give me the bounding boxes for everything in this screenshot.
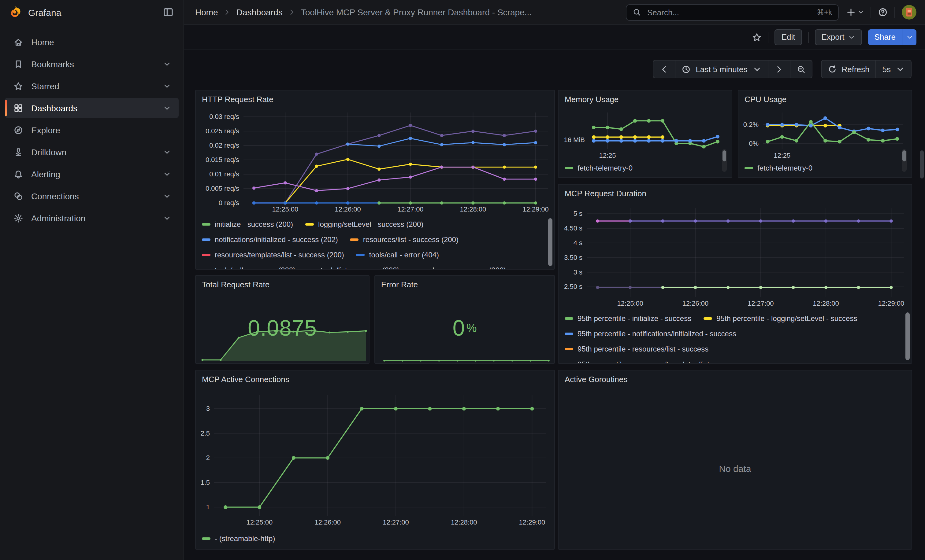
chevron-down-icon[interactable] [163, 148, 171, 156]
svg-text:12:25:00: 12:25:00 [247, 518, 273, 526]
divider [871, 7, 871, 18]
svg-text:0 req/s: 0 req/s [219, 199, 239, 207]
panel-error-rate: Error Rate 0 % [374, 275, 555, 364]
svg-text:2: 2 [206, 454, 210, 462]
cpu-usage-chart[interactable]: 0.2%0%12:25 [738, 108, 911, 160]
legend-swatch [412, 269, 420, 269]
legend-swatch [350, 238, 359, 240]
grafana-logo-icon [9, 6, 22, 19]
legend-item[interactable]: tools/list - success (200) [308, 266, 399, 269]
legend-scrollbar[interactable] [548, 218, 553, 266]
legend-item[interactable]: 95th percentile - logging/setLevel - suc… [704, 314, 857, 323]
svg-text:0.2%: 0.2% [743, 121, 759, 128]
export-button[interactable]: Export [815, 29, 862, 45]
panel-mcp-active-connections: MCP Active Connections 32.521.5112:25:00… [195, 370, 555, 549]
cpu-legend: fetch-telemetry-0 [738, 160, 911, 177]
avatar[interactable] [902, 5, 916, 20]
edit-button[interactable]: Edit [775, 29, 802, 45]
legend-scrollbar[interactable] [905, 312, 910, 360]
chevron-down-icon[interactable] [163, 170, 171, 178]
refresh-button[interactable]: Refresh [821, 60, 876, 78]
sidebar-item-starred[interactable]: Starred [5, 76, 179, 96]
svg-text:12:25:00: 12:25:00 [272, 206, 298, 213]
stat-unit: % [467, 321, 477, 335]
legend-item[interactable]: fetch-telemetry-0 [565, 164, 633, 172]
zoom-out-button[interactable] [789, 60, 812, 78]
star-dashboard-button[interactable] [752, 32, 762, 42]
legend-item[interactable]: 95th percentile - resources/templates/li… [565, 360, 743, 363]
legend-item[interactable]: notifications/initialized - success (202… [202, 235, 338, 244]
chevron-down-icon[interactable] [163, 60, 171, 68]
legend-swatch [305, 223, 314, 225]
divider [808, 32, 809, 42]
sidebar-item-label: Starred [31, 81, 155, 91]
legend-item[interactable]: tools/call - error (404) [356, 250, 439, 259]
http-request-rate-chart[interactable]: 0 req/s0.005 req/s0.01 req/s0.015 req/s0… [196, 108, 554, 216]
legend-item[interactable]: logging/setLevel - success (200) [305, 220, 423, 228]
legend-item[interactable]: 95th percentile - initialize - success [565, 314, 691, 323]
legend-scrollbar[interactable] [722, 149, 727, 172]
legend-item[interactable]: 95th percentile - notifications/initiali… [565, 329, 736, 338]
chevron-down-icon[interactable] [163, 214, 171, 222]
mcp-request-duration-chart[interactable]: 5 s4.50 s4 s3.50 s3 s2.50 s12:25:0012:26… [559, 202, 911, 311]
legend-swatch [202, 537, 211, 539]
apps-icon [14, 103, 23, 113]
legend-scrollbar[interactable] [902, 149, 907, 172]
panel-title: HTTP Request Rate [202, 95, 273, 104]
sidebar-item-label: Connections [31, 191, 155, 201]
chevron-down-icon[interactable] [163, 82, 171, 90]
mcp-active-connections-chart[interactable]: 32.521.5112:25:0012:26:0012:27:0012:28:0… [196, 387, 554, 531]
legend-swatch [565, 317, 573, 320]
sidebar-item-label: Drilldown [31, 147, 155, 157]
topbar-actions [846, 5, 916, 20]
chevron-down-icon[interactable] [163, 104, 171, 112]
panel-mcp-request-duration: MCP Request Duration 5 s4.50 s4 s3.50 s3… [558, 184, 912, 364]
chevron-down-icon[interactable] [163, 192, 171, 200]
breadcrumb-dashboards[interactable]: Dashboards [237, 8, 283, 17]
sidebar-item-administration[interactable]: Administration [5, 208, 179, 228]
breadcrumb-home[interactable]: Home [195, 8, 218, 17]
legend-item[interactable]: fetch-telemetry-0 [744, 164, 812, 172]
legend-item[interactable]: unknown - success (200) [412, 266, 506, 269]
svg-text:1: 1 [206, 503, 210, 511]
sidebar-item-home[interactable]: Home [5, 32, 179, 52]
memory-usage-chart[interactable]: 16 MiB12:25 [559, 108, 732, 160]
legend-item[interactable]: 95th percentile - resources/list - succe… [565, 344, 708, 353]
panel-title: Total Request Rate [202, 280, 270, 289]
svg-text:12:26:00: 12:26:00 [315, 518, 341, 526]
legend-item[interactable]: tools/call - success (200) [202, 266, 295, 269]
search-box[interactable]: ⌘+k [626, 4, 839, 21]
legend-item[interactable]: - (streamable-http) [202, 534, 275, 543]
refresh-interval-picker[interactable]: 5s [876, 60, 911, 78]
time-forward-button[interactable] [767, 60, 790, 78]
share-menu-button[interactable] [902, 29, 916, 45]
sidebar-item-label: Alerting [31, 169, 155, 179]
time-controls: Last 5 minutes Refresh [653, 60, 911, 78]
search-input[interactable] [646, 7, 812, 17]
sidebar-item-alerting[interactable]: Alerting [5, 164, 179, 184]
sidebar-item-dashboards[interactable]: Dashboards [5, 98, 179, 118]
time-range-picker[interactable]: Last 5 minutes [675, 60, 768, 78]
time-back-button[interactable] [653, 60, 675, 78]
sidebar-item-drilldown[interactable]: Drilldown [5, 142, 179, 162]
sidebar-item-bookmarks[interactable]: Bookmarks [5, 54, 179, 74]
help-button[interactable] [878, 8, 888, 17]
star-icon [14, 81, 23, 91]
legend-swatch [565, 167, 573, 169]
sidebar-item-connections[interactable]: Connections [5, 186, 179, 206]
brand-name: Grafana [28, 7, 157, 17]
divider [895, 7, 895, 18]
plus-icon [846, 8, 856, 17]
sidebar-toggle-icon[interactable] [163, 7, 174, 18]
svg-text:1.5: 1.5 [200, 479, 210, 486]
sidebar-item-explore[interactable]: Explore [5, 120, 179, 140]
share-button[interactable]: Share [868, 29, 902, 45]
svg-text:3 s: 3 s [574, 269, 582, 276]
svg-text:0.005 req/s: 0.005 req/s [206, 185, 239, 192]
legend-item[interactable]: initialize - success (200) [202, 220, 293, 228]
add-menu-button[interactable] [846, 8, 864, 17]
svg-text:12:25: 12:25 [599, 152, 616, 159]
page-scrollbar[interactable] [920, 150, 924, 179]
legend-item[interactable]: resources/templates/list - success (200) [202, 250, 344, 259]
legend-item[interactable]: resources/list - success (200) [350, 235, 458, 244]
